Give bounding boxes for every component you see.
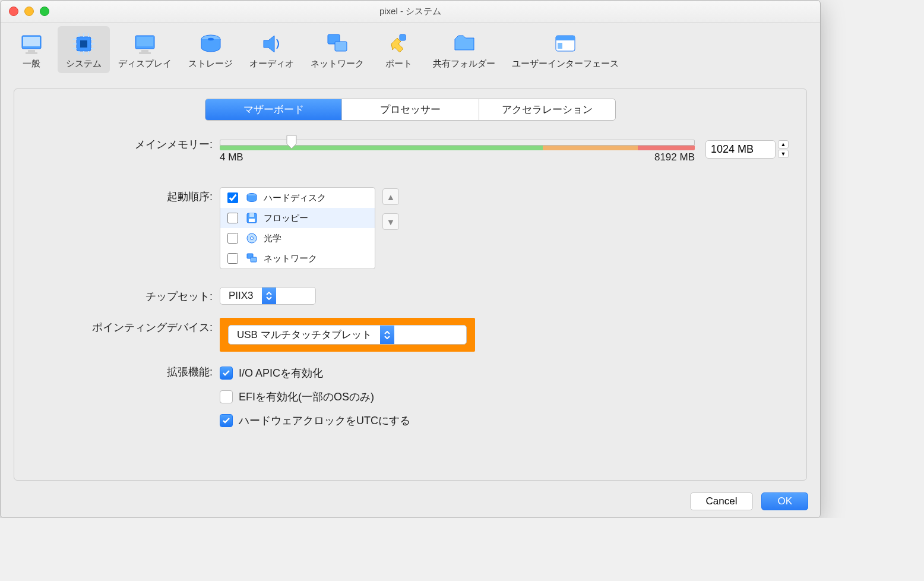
svg-rect-28	[556, 36, 575, 40]
memory-stepper: ▲ ▼	[778, 140, 789, 158]
label-main-memory: メインメモリー:	[29, 135, 220, 151]
toolbar: 一般 システム ディスプレイ ストレージ オーディオ	[1, 23, 820, 73]
toolbar-label: システム	[66, 58, 102, 70]
label-extended-features: 拡張機能:	[29, 362, 220, 379]
toolbar-label: 共有フォルダー	[433, 58, 495, 70]
toolbar-general[interactable]: 一般	[5, 26, 58, 73]
memory-min-label: 4 MB	[220, 151, 243, 163]
boot-checkbox-harddisk[interactable]	[227, 192, 238, 203]
boot-order-list[interactable]: ハードディスク フロッピー 光学 ネット	[220, 187, 375, 269]
tab-motherboard[interactable]: マザーボード	[205, 99, 342, 120]
svg-rect-1	[23, 37, 40, 46]
boot-move-up[interactable]: ▲	[382, 188, 399, 205]
toolbar-label: ディスプレイ	[118, 58, 172, 70]
chipset-value: PIIX3	[220, 288, 262, 304]
boot-item-label: 光学	[264, 233, 281, 244]
toolbar-network[interactable]: ネットワーク	[302, 26, 372, 73]
slider-thumb[interactable]	[286, 135, 297, 149]
select-arrow-icon	[262, 288, 276, 304]
toolbar-label: オーディオ	[249, 58, 294, 70]
checkbox-io-apic[interactable]	[220, 367, 233, 380]
speaker-icon	[259, 31, 285, 57]
boot-checkbox-optical[interactable]	[227, 233, 238, 244]
svg-rect-32	[249, 213, 254, 217]
port-icon	[385, 31, 412, 57]
memory-step-down[interactable]: ▼	[778, 150, 789, 158]
boot-order-arrows: ▲ ▼	[382, 188, 399, 230]
boot-item-optical[interactable]: 光学	[220, 228, 375, 248]
settings-window: pixel - システム 一般 システム ディスプレイ ストレージ	[0, 0, 821, 518]
feature-efi[interactable]: EFIを有効化(一部のOSのみ)	[220, 390, 374, 404]
feature-label: I/O APICを有効化	[239, 366, 323, 380]
label-pointing-device: ポインティングデバイス:	[29, 318, 220, 334]
content-panel: マザーボード プロセッサー アクセラレーション メインメモリー: 4 MB 81…	[14, 89, 807, 481]
floppy-icon	[246, 212, 258, 224]
svg-rect-29	[558, 43, 562, 49]
monitor-icon	[18, 31, 45, 57]
boot-item-label: ハードディスク	[264, 192, 326, 204]
ok-button[interactable]: OK	[761, 492, 808, 510]
chipset-select[interactable]: PIIX3	[220, 287, 316, 305]
checkbox-utc-clock[interactable]	[220, 414, 233, 427]
select-arrow-icon	[380, 326, 394, 344]
svg-rect-3	[26, 52, 37, 54]
svg-rect-21	[139, 52, 151, 54]
toolbar-ui[interactable]: ユーザーインターフェース	[504, 26, 627, 73]
toolbar-shared-folders[interactable]: 共有フォルダー	[425, 26, 504, 73]
svg-rect-33	[249, 219, 255, 222]
boot-item-network[interactable]: ネットワーク	[220, 248, 375, 269]
svg-rect-5	[80, 40, 87, 48]
toolbar-label: ストレージ	[188, 58, 233, 70]
svg-point-35	[251, 237, 254, 240]
pointing-device-value: USB マルチタッチタブレット	[229, 326, 380, 344]
memory-input[interactable]	[705, 140, 776, 159]
label-boot-order: 起動順序:	[29, 187, 220, 204]
checkbox-efi[interactable]	[220, 390, 233, 403]
pointing-device-highlight: USB マルチタッチタブレット	[220, 318, 475, 352]
tab-processor[interactable]: プロセッサー	[342, 99, 479, 120]
toolbar-label: ユーザーインターフェース	[512, 58, 619, 70]
toolbar-storage[interactable]: ストレージ	[180, 26, 241, 73]
svg-point-23	[208, 38, 214, 40]
svg-rect-26	[400, 34, 406, 40]
chip-icon	[71, 31, 97, 57]
window-title: pixel - システム	[1, 6, 820, 17]
feature-io-apic[interactable]: I/O APICを有効化	[220, 366, 323, 380]
svg-rect-25	[335, 42, 347, 51]
feature-label: EFIを有効化(一部のOSのみ)	[239, 390, 374, 404]
row-boot-order: 起動順序: ハードディスク フロッピー	[29, 187, 792, 269]
pointing-device-select[interactable]: USB マルチタッチタブレット	[228, 325, 467, 345]
folder-icon	[451, 31, 477, 57]
interface-icon	[552, 31, 578, 57]
svg-rect-2	[28, 50, 35, 52]
boot-item-floppy[interactable]: フロッピー	[220, 208, 375, 228]
network-icon	[324, 31, 350, 57]
toolbar-label: ネットワーク	[311, 58, 364, 70]
memory-slider[interactable]: 4 MB 8192 MB	[220, 135, 695, 163]
boot-checkbox-floppy[interactable]	[227, 213, 238, 223]
boot-checkbox-network[interactable]	[227, 253, 238, 264]
svg-rect-20	[141, 50, 148, 52]
toolbar-display[interactable]: ディスプレイ	[110, 26, 180, 73]
boot-move-down[interactable]: ▼	[382, 213, 399, 230]
memory-step-up[interactable]: ▲	[778, 140, 789, 149]
toolbar-label: ポート	[385, 58, 412, 70]
memory-max-label: 8192 MB	[654, 151, 695, 163]
toolbar-system[interactable]: システム	[58, 26, 110, 73]
boot-item-label: ネットワーク	[264, 253, 317, 264]
tab-acceleration[interactable]: アクセラレーション	[479, 99, 615, 120]
feature-label: ハードウェアクロックをUTCにする	[239, 413, 410, 428]
disk-icon	[198, 31, 224, 57]
boot-item-harddisk[interactable]: ハードディスク	[220, 188, 375, 208]
toolbar-audio[interactable]: オーディオ	[241, 26, 302, 73]
toolbar-ports[interactable]: ポート	[372, 26, 425, 73]
row-main-memory: メインメモリー: 4 MB 8192 MB ▲ ▼	[29, 135, 792, 163]
feature-utc-clock[interactable]: ハードウェアクロックをUTCにする	[220, 413, 410, 428]
footer-buttons: Cancel OK	[690, 492, 808, 510]
row-pointing-device: ポインティングデバイス: USB マルチタッチタブレット	[29, 318, 792, 352]
svg-rect-19	[137, 37, 153, 46]
display-icon	[132, 31, 158, 57]
row-extended-features: 拡張機能: I/O APICを有効化 EFIを有効化(一部のOSのみ) ハードウ…	[29, 362, 792, 428]
cancel-button[interactable]: Cancel	[690, 492, 754, 510]
boot-item-label: フロッピー	[264, 213, 308, 224]
